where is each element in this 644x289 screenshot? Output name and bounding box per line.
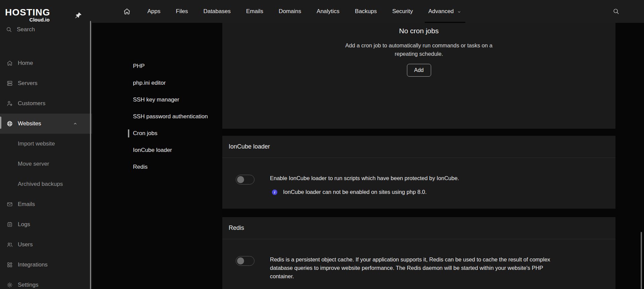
redis-card: Redis Redis is a persistent object cache… (222, 217, 615, 289)
info-icon: i (272, 190, 277, 195)
nav-item-label: Advanced (428, 8, 454, 15)
sidebar-item-label: Archived backups (18, 181, 63, 188)
cron-description-line: repeating schedule. (345, 50, 492, 58)
pin-sidebar-icon[interactable] (74, 11, 83, 20)
nav-item-label: Apps (147, 8, 160, 15)
nav-item-files[interactable]: Files (172, 0, 192, 23)
ioncube-toggle[interactable] (236, 175, 255, 184)
redis-description-line: Redis is a persistent object cache. If y… (270, 255, 550, 264)
nav-item-apps[interactable]: Apps (143, 0, 165, 23)
ioncube-note: IonCube loader can not be enabled on sit… (283, 188, 427, 196)
servers-icon (6, 80, 13, 87)
nav-item-label: Files (176, 8, 188, 15)
sidebar-item-customers[interactable]: Customers (0, 93, 92, 114)
sidebar-item-label: Websites (18, 120, 41, 127)
submenu-item-label: Cron jobs (133, 130, 157, 137)
nav-item-databases[interactable]: Databases (199, 0, 235, 23)
toggle-knob (237, 257, 244, 264)
search-icon (6, 26, 12, 33)
redis-description: Redis is a persistent object cache. If y… (270, 255, 550, 281)
sidebar-item-import-website[interactable]: Import website (0, 134, 92, 154)
submenu-item-php-ini-editor[interactable]: php.ini editor (92, 75, 222, 91)
submenu-item-label: IonCube loader (133, 147, 172, 154)
submenu-item-ssh-key-manager[interactable]: SSH key manager (92, 91, 222, 108)
sidebar-item-label: Settings (18, 282, 38, 288)
nav-item-label: Analytics (317, 8, 339, 15)
sidebar-item-label: Customers (18, 100, 45, 107)
cron-empty-description: Add a cron job to automatically run comm… (345, 41, 492, 58)
submenu-item-label: PHP (133, 63, 145, 70)
cron-description-line: Add a cron job to automatically run comm… (345, 41, 492, 50)
nav-item-emails[interactable]: Emails (242, 0, 268, 23)
ioncube-description: Enable IonCube loader to run scripts whi… (270, 174, 459, 182)
toggle-knob (237, 176, 244, 183)
chevron-up-icon (73, 121, 78, 126)
nav-item-advanced[interactable]: Advanced (424, 0, 466, 23)
sidebar-item-users[interactable]: Users (0, 235, 92, 255)
nav-home-icon[interactable] (123, 7, 131, 15)
sidebar-item-label: Home (18, 60, 33, 67)
logs-icon (6, 221, 13, 228)
globe-icon (6, 120, 13, 127)
top-nav: Apps Files Databases Emails Domains Anal… (92, 0, 644, 23)
brand-subtitle: Cloud.io (5, 17, 50, 23)
sidebar-item-label: Servers (18, 80, 38, 87)
sidebar-item-integrations[interactable]: Integrations (0, 255, 92, 275)
nav-item-security[interactable]: Security (388, 0, 417, 23)
settings-gear-icon (6, 282, 13, 288)
sidebar-item-logs[interactable]: Logs (0, 214, 92, 235)
sidebar-item-label: Logs (18, 221, 30, 228)
sidebar-item-settings[interactable]: Settings (0, 275, 92, 289)
cron-empty-title: No cron jobs (399, 27, 439, 35)
submenu-item-label: Redis (133, 164, 147, 170)
nav-item-domains[interactable]: Domains (274, 0, 306, 23)
nav-item-label: Emails (246, 8, 263, 15)
sidebar-item-move-server[interactable]: Move server (0, 154, 92, 174)
redis-description-line: database queries to improve website perf… (270, 264, 550, 272)
submenu-item-label: php.ini editor (133, 80, 166, 86)
nav-search-icon[interactable] (612, 8, 620, 15)
cron-jobs-card: No cron jobs Add a cron job to automatic… (222, 23, 615, 129)
nav-item-backups[interactable]: Backups (351, 0, 381, 23)
sidebar-item-label: Integrations (18, 261, 48, 268)
redis-toggle[interactable] (236, 256, 255, 266)
brand-logo[interactable]: HOSTING Cloud.io (5, 7, 50, 23)
nav-item-analytics[interactable]: Analytics (312, 0, 344, 23)
users-icon (6, 241, 13, 248)
integrations-icon (6, 261, 13, 268)
sidebar-item-label: Import website (18, 140, 55, 147)
ioncube-loader-card: IonCube loader Enable IonCube loader to … (222, 136, 615, 209)
sidebar-item-label: Users (18, 241, 33, 248)
sidebar-nav: Home Servers Customers Websites Import w… (0, 53, 92, 289)
emails-icon (6, 201, 13, 208)
submenu-item-redis[interactable]: Redis (92, 159, 222, 175)
sidebar-item-websites[interactable]: Websites (0, 114, 92, 134)
ioncube-card-title: IonCube loader (222, 136, 615, 158)
sidebar-item-label: Move server (18, 161, 49, 167)
main-content: No cron jobs Add a cron job to automatic… (222, 23, 615, 289)
sidebar-item-label: Emails (18, 201, 35, 208)
customers-icon (6, 100, 13, 107)
sidebar-item-emails[interactable]: Emails (0, 194, 92, 214)
sidebar-item-home[interactable]: Home (0, 53, 92, 73)
submenu-item-label: SSH key manager (133, 96, 179, 103)
page-scrollbar[interactable] (641, 232, 642, 289)
submenu-item-ssh-password-authentication[interactable]: SSH password authentication (92, 108, 222, 125)
nav-item-label: Databases (203, 8, 231, 15)
redis-description-line: container. (270, 272, 550, 281)
nav-item-label: Security (392, 8, 413, 15)
submenu-item-label: SSH password authentication (133, 113, 208, 120)
php-submenu-panel: PHP php.ini editor SSH key manager SSH p… (92, 23, 222, 289)
redis-card-title: Redis (222, 217, 615, 239)
nav-item-label: Backups (355, 8, 377, 15)
sidebar: HOSTING Cloud.io Search Home Servers C (0, 0, 92, 289)
submenu-item-php[interactable]: PHP (92, 58, 222, 75)
sidebar-item-servers[interactable]: Servers (0, 73, 92, 93)
sidebar-search[interactable]: Search (0, 23, 92, 36)
nav-item-label: Domains (279, 8, 301, 15)
submenu-item-ioncube-loader[interactable]: IonCube loader (92, 142, 222, 159)
add-cron-job-button[interactable]: Add (407, 64, 431, 77)
sidebar-item-archived-backups[interactable]: Archived backups (0, 174, 92, 194)
submenu-item-cron-jobs[interactable]: Cron jobs (92, 125, 222, 142)
sidebar-scrollbar[interactable] (90, 21, 91, 289)
